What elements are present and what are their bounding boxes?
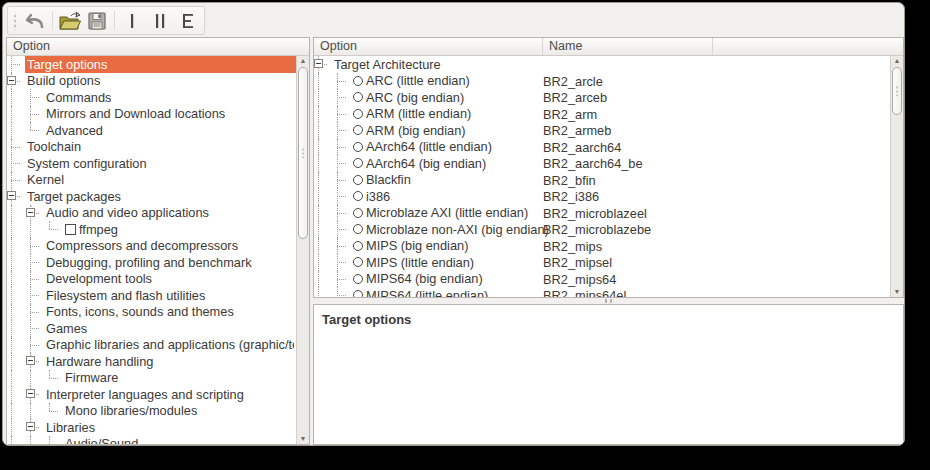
toolbar-grip[interactable] bbox=[12, 12, 19, 30]
tree-row[interactable]: Toolchain bbox=[7, 139, 296, 156]
collapse-minus-icon[interactable] bbox=[26, 208, 35, 217]
symbol-name: BR2_mips64el bbox=[543, 288, 626, 297]
scroll-down-icon[interactable]: ▼ bbox=[297, 434, 309, 444]
full-view-button[interactable] bbox=[175, 8, 201, 33]
tree-row[interactable]: Microblaze AXI (little endian)BR2_microb… bbox=[314, 205, 890, 222]
tree-row[interactable]: Kernel bbox=[7, 172, 296, 189]
tree-row[interactable]: Audio/Sound bbox=[7, 436, 296, 445]
tree-row[interactable]: ARM (big endian)BR2_armeb bbox=[314, 122, 890, 139]
tree-row[interactable]: Target packages bbox=[7, 188, 296, 205]
radio-unchecked-icon[interactable] bbox=[353, 257, 363, 267]
radio-unchecked-icon[interactable] bbox=[353, 241, 363, 251]
tree-row[interactable]: i386BR2_i386 bbox=[314, 188, 890, 205]
tree-item-label: Libraries bbox=[46, 420, 95, 435]
tree-row[interactable]: MIPS (little endian)BR2_mipsel bbox=[314, 254, 890, 271]
tree-row[interactable]: System configuration bbox=[7, 155, 296, 172]
tree-row[interactable]: Commands bbox=[7, 89, 296, 106]
tree-row[interactable]: ARC (big endian)BR2_arceb bbox=[314, 89, 890, 106]
tree-row[interactable]: Firmware bbox=[7, 370, 296, 387]
radio-unchecked-icon[interactable] bbox=[353, 76, 363, 86]
collapse-minus-icon[interactable] bbox=[7, 191, 16, 200]
tree-row[interactable]: BlackfinBR2_bfin bbox=[314, 172, 890, 189]
tree-row[interactable]: Development tools bbox=[7, 271, 296, 288]
tree-row[interactable]: Filesystem and flash utilities bbox=[7, 287, 296, 304]
minus-glyph bbox=[9, 80, 14, 81]
scroll-down-icon[interactable]: ▼ bbox=[891, 287, 903, 297]
tree-row[interactable]: Hardware handling bbox=[7, 353, 296, 370]
tree-row[interactable]: Mirrors and Download locations bbox=[7, 106, 296, 123]
tree-row[interactable]: MIPS64 (little endian)BR2_mips64el bbox=[314, 287, 890, 297]
tree-row[interactable]: Audio and video applications bbox=[7, 205, 296, 222]
tree-row[interactable]: Compressors and decompressors bbox=[7, 238, 296, 255]
tree-item-label: Audio and video applications bbox=[46, 205, 209, 220]
row-content: Target Architecture bbox=[332, 56, 890, 73]
collapse-minus-icon[interactable] bbox=[26, 389, 35, 398]
tree-row[interactable]: MIPS64 (big endian)BR2_mips64 bbox=[314, 271, 890, 288]
column-header-name[interactable]: Name bbox=[543, 38, 713, 55]
tree-row[interactable]: ARM (little endian)BR2_arm bbox=[314, 106, 890, 123]
tree-row[interactable]: Interpreter languages and scripting bbox=[7, 386, 296, 403]
tree-branch-tick bbox=[337, 130, 346, 131]
tree-row[interactable]: MIPS (big endian)BR2_mips bbox=[314, 238, 890, 255]
collapse-minus-icon[interactable] bbox=[314, 59, 323, 68]
radio-unchecked-icon[interactable] bbox=[353, 208, 363, 218]
radio-unchecked-icon[interactable] bbox=[353, 125, 363, 135]
tree-branch-tick bbox=[337, 213, 346, 214]
tree-row[interactable]: Target options bbox=[7, 56, 296, 73]
row-content: Graphic libraries and applications (grap… bbox=[44, 337, 296, 354]
tree-row[interactable]: ARC (little endian)BR2_arcle bbox=[314, 73, 890, 90]
symbol-name: BR2_i386 bbox=[543, 189, 599, 204]
radio-unchecked-icon[interactable] bbox=[353, 290, 363, 297]
single-view-button[interactable] bbox=[119, 8, 145, 33]
left-scrollbar[interactable]: ▲ ▼ bbox=[296, 56, 309, 444]
tree-branch-tick bbox=[11, 64, 20, 65]
radio-unchecked-icon[interactable] bbox=[353, 191, 363, 201]
tree-row[interactable]: Libraries bbox=[7, 419, 296, 436]
tree-row[interactable]: ffmpeg bbox=[7, 221, 296, 238]
collapse-minus-icon[interactable] bbox=[7, 76, 16, 85]
tree-item-label: Hardware handling bbox=[46, 354, 153, 369]
radio-unchecked-icon[interactable] bbox=[353, 224, 363, 234]
tree-guide-line bbox=[11, 436, 12, 445]
radio-unchecked-icon[interactable] bbox=[353, 175, 363, 185]
column-header-option[interactable]: Option bbox=[7, 38, 309, 55]
tree-row[interactable]: Target Architecture bbox=[314, 56, 890, 73]
tree-item-label: ARC (little endian) bbox=[366, 73, 470, 88]
save-button[interactable] bbox=[84, 8, 110, 33]
scroll-up-icon[interactable]: ▲ bbox=[297, 56, 309, 66]
column-header-option[interactable]: Option bbox=[314, 38, 543, 55]
radio-unchecked-icon[interactable] bbox=[353, 274, 363, 284]
open-button[interactable] bbox=[57, 8, 83, 33]
left-scrollbar-thumb[interactable] bbox=[298, 67, 308, 239]
collapse-minus-icon[interactable] bbox=[26, 422, 35, 431]
tree-item-label: Development tools bbox=[46, 271, 152, 286]
tree-guide-line bbox=[11, 221, 12, 238]
undo-button[interactable] bbox=[22, 8, 48, 33]
radio-unchecked-icon[interactable] bbox=[353, 158, 363, 168]
tree-row[interactable]: Advanced bbox=[7, 122, 296, 139]
tree-row[interactable]: Mono libraries/modules bbox=[7, 403, 296, 420]
radio-unchecked-icon[interactable] bbox=[353, 92, 363, 102]
tree-row[interactable]: AArch64 (little endian)BR2_aarch64 bbox=[314, 139, 890, 156]
tree-row[interactable]: AArch64 (big endian)BR2_aarch64_be bbox=[314, 155, 890, 172]
checkbox-unchecked-icon[interactable] bbox=[65, 224, 76, 235]
right-scrollbar-thumb[interactable] bbox=[892, 67, 902, 115]
right-scrollbar[interactable]: ▲ ▼ bbox=[890, 56, 903, 297]
tree-row[interactable]: Games bbox=[7, 320, 296, 337]
split-view-button[interactable] bbox=[147, 8, 173, 33]
tree-row[interactable]: Microblaze non-AXI (big endian)BR2_micro… bbox=[314, 221, 890, 238]
radio-unchecked-icon[interactable] bbox=[353, 109, 363, 119]
selected-row-highlight: Target options bbox=[25, 56, 296, 73]
tree-row[interactable]: Graphic libraries and applications (grap… bbox=[7, 337, 296, 354]
tree-guide-line bbox=[318, 271, 319, 288]
collapse-minus-icon[interactable] bbox=[26, 356, 35, 365]
toolbar-separator bbox=[114, 11, 115, 30]
tree-branch-tick bbox=[337, 97, 346, 98]
row-content: Target packages bbox=[25, 188, 296, 205]
scroll-up-icon[interactable]: ▲ bbox=[891, 56, 903, 66]
tree-row[interactable]: Build options bbox=[7, 73, 296, 90]
tree-row[interactable]: Fonts, icons, sounds and themes bbox=[7, 304, 296, 321]
tree-row[interactable]: Debugging, profiling and benchmark bbox=[7, 254, 296, 271]
radio-unchecked-icon[interactable] bbox=[353, 142, 363, 152]
tree-branch-tick bbox=[30, 295, 39, 296]
